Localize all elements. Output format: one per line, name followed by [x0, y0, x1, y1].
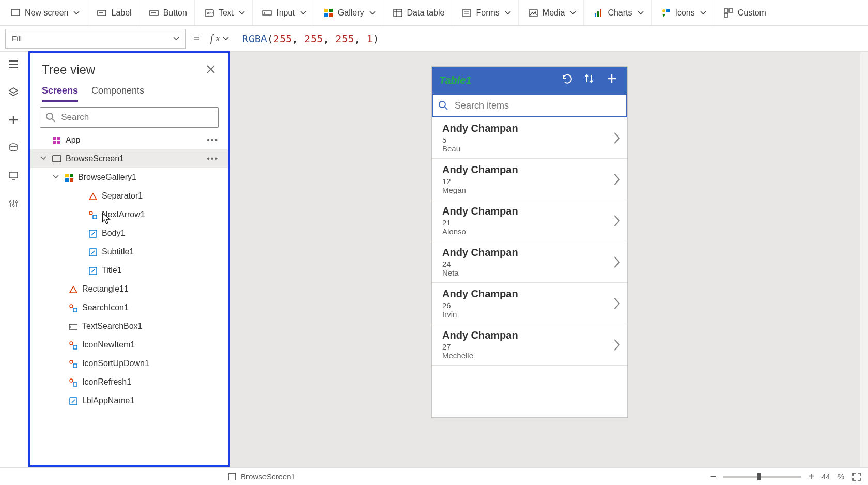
ribbon-label: Data table: [407, 8, 445, 18]
item-body: 27: [442, 342, 619, 351]
tree-node-subtitle[interactable]: Subtitle1: [30, 242, 228, 261]
browse-gallery[interactable]: Andy Champan5BeauAndy Champan12MeganAndy…: [432, 117, 627, 417]
ribbon-gallery[interactable]: Gallery: [316, 0, 383, 25]
chevron-right-icon[interactable]: [613, 255, 621, 269]
item-body: 24: [442, 260, 619, 268]
chevron-right-icon[interactable]: [613, 173, 621, 186]
zoom-out-button[interactable]: −: [710, 471, 717, 482]
zoom-slider[interactable]: [723, 476, 801, 478]
rail-insert[interactable]: [8, 115, 21, 127]
icons-icon: [661, 8, 671, 18]
caret-icon: [638, 10, 644, 16]
caret-icon: [505, 10, 511, 16]
tree-node-iconnewitem[interactable]: IconNewItem1: [30, 336, 228, 354]
tree-node-separator[interactable]: Separator1: [30, 187, 228, 205]
tab-components[interactable]: Components: [91, 85, 144, 102]
chevron-right-icon[interactable]: [613, 131, 621, 145]
tree-node-label: TextSearchBox1: [82, 322, 143, 331]
ribbon-label: Custom: [738, 8, 766, 18]
caret-icon: [700, 10, 706, 16]
tree-node-body[interactable]: Body1: [30, 224, 228, 242]
ribbon-button-btn[interactable]: Button: [142, 0, 195, 25]
tree-node-rectangle[interactable]: Rectangle11: [30, 280, 228, 298]
tree-node-textsearchbox[interactable]: TextSearchBox1: [30, 317, 228, 336]
iconctrl-icon: [68, 358, 78, 369]
ribbon-datatable[interactable]: Data table: [385, 0, 453, 25]
gallery-search-input[interactable]: [454, 100, 621, 112]
rail-hamburger[interactable]: [8, 59, 21, 71]
formula-input[interactable]: RGBA(255, 255, 255, 1): [237, 29, 863, 49]
tree-node-searchicon[interactable]: SearchIcon1: [30, 298, 228, 317]
app-title: Table1: [439, 74, 472, 86]
ribbon-custom[interactable]: Custom: [716, 0, 773, 25]
fit-to-window-icon[interactable]: [851, 472, 862, 482]
ribbon-icons[interactable]: Icons: [654, 0, 714, 25]
zoom-in-button[interactable]: +: [808, 471, 814, 482]
tree-search-input[interactable]: [60, 112, 213, 123]
tree-node-label: Title1: [102, 266, 122, 275]
ribbon-label-btn[interactable]: Label: [89, 0, 139, 25]
tree-node-browsegallery[interactable]: BrowseGallery1: [30, 168, 228, 187]
tree-node-iconsortupdown[interactable]: IconSortUpDown1: [30, 354, 228, 373]
tree-node-app[interactable]: App •••: [30, 131, 228, 149]
item-body: 5: [442, 135, 619, 144]
chevron-down-icon[interactable]: [40, 154, 47, 163]
item-body: 12: [442, 177, 619, 186]
close-icon[interactable]: [206, 65, 216, 75]
table-icon: [393, 8, 403, 18]
ribbon-new-screen[interactable]: New screen: [3, 0, 87, 25]
gallery-item[interactable]: Andy Champan5Beau: [432, 117, 627, 159]
tree-node-label: Rectangle11: [82, 284, 129, 294]
more-icon[interactable]: •••: [207, 135, 223, 145]
shape-icon: [68, 284, 78, 294]
more-icon[interactable]: •••: [207, 154, 223, 163]
rail-data[interactable]: [8, 143, 21, 155]
rail-advanced[interactable]: [8, 199, 21, 211]
left-rail: [0, 52, 29, 467]
property-selector[interactable]: Fill: [5, 29, 186, 49]
tree-node-title[interactable]: Title1: [30, 261, 228, 280]
tree-node-label: SearchIcon1: [82, 303, 129, 312]
gallery-item[interactable]: Andy Champan21Alonso: [432, 200, 627, 241]
gallery-item[interactable]: Andy Champan24Neta: [432, 241, 627, 283]
chevron-right-icon[interactable]: [613, 297, 621, 310]
caret-icon: [300, 10, 306, 16]
custom-icon: [723, 8, 734, 18]
chevron-right-icon[interactable]: [613, 214, 621, 228]
gallery-item[interactable]: Andy Champan12Megan: [432, 159, 627, 200]
gallery-search[interactable]: [432, 94, 627, 117]
gallery-item[interactable]: Andy Champan27Mechelle: [432, 324, 627, 366]
chevron-right-icon[interactable]: [613, 338, 621, 352]
tab-screens[interactable]: Screens: [42, 85, 78, 102]
gallery-item[interactable]: Andy Champan26Irvin: [432, 283, 627, 324]
plus-icon[interactable]: [607, 73, 620, 87]
textbox-icon: [68, 321, 78, 331]
ribbon-text[interactable]: Text: [197, 0, 253, 25]
item-title: Andy Champan: [442, 164, 619, 176]
item-subtitle: Irvin: [442, 310, 619, 319]
ribbon-charts[interactable]: Charts: [586, 0, 651, 25]
label-icon: [97, 8, 107, 18]
fx-button[interactable]: fx: [207, 33, 232, 44]
formula-fn: RGBA: [242, 33, 267, 45]
rail-treeview[interactable]: [8, 87, 21, 99]
rail-media[interactable]: [8, 171, 21, 183]
ribbon-media[interactable]: Media: [521, 0, 584, 25]
refresh-icon[interactable]: [561, 73, 575, 87]
tree-search[interactable]: [40, 107, 219, 128]
chevron-down-icon[interactable]: [52, 173, 59, 182]
tree-node-iconrefresh[interactable]: IconRefresh1: [30, 373, 228, 391]
tree-node-label: Body1: [102, 229, 125, 238]
ribbon-forms[interactable]: Forms: [454, 0, 518, 25]
canvas[interactable]: Table1 Andy Champan5BeauAndy Champan12Me…: [230, 52, 868, 467]
app-icon: [51, 135, 61, 145]
sort-icon[interactable]: [584, 73, 597, 87]
tree-node-browsescreen[interactable]: BrowseScreen1 •••: [30, 149, 228, 168]
scrollbar-vertical[interactable]: [860, 52, 868, 467]
tree-node-nextarrow[interactable]: NextArrow1: [30, 205, 228, 224]
screen-icon: [228, 473, 236, 480]
ribbon-input[interactable]: Input: [255, 0, 314, 25]
tree-node-lblappname[interactable]: LblAppName1: [30, 391, 228, 410]
item-body: 26: [442, 301, 619, 310]
tree-node-label: BrowseGallery1: [78, 173, 136, 182]
